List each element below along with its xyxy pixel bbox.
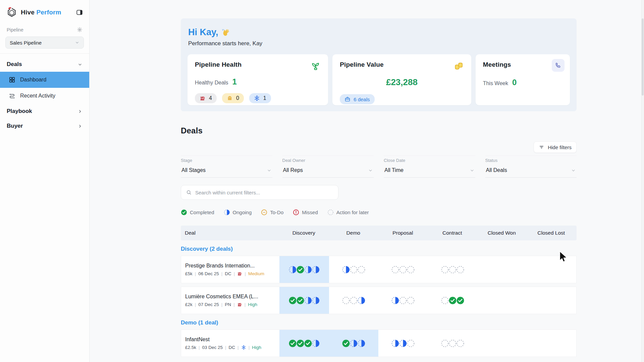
legend-item-ongoing: Ongoing (224, 209, 252, 216)
deal-cell: Lumière Cosmetics EMEA (L... £2k| 07 Dec… (181, 287, 279, 314)
legend-label: Completed (190, 209, 214, 215)
deal-name: Lumière Cosmetics EMEA (L... (185, 294, 279, 300)
health-badge-snail: 4 (195, 93, 217, 103)
ongoing-icon (399, 339, 407, 348)
stage-cell-proposal (378, 287, 428, 314)
filter-select-status[interactable]: All Deals (485, 163, 577, 178)
group-heading[interactable]: Discovery (2 deals) (181, 246, 577, 252)
deal-name: InfantNest (185, 337, 279, 343)
legend-label: Missed (302, 209, 318, 215)
stage-cell-contract (428, 287, 478, 314)
table-header: DealDiscoveryDemoProposalContractClosed … (181, 226, 577, 240)
search-input[interactable] (195, 190, 333, 195)
deal-owner: DC (225, 271, 231, 276)
badge-count: 1 (263, 95, 266, 101)
filter-stage: Stage All Stages (181, 156, 272, 178)
metric-label: Healthy Deals (195, 80, 228, 86)
deals-section-title: Deals (181, 126, 577, 135)
filter-select-close-date[interactable]: All Time (384, 163, 475, 178)
stage-cell-contract (428, 256, 478, 283)
sidebar-section-buyer[interactable]: Buyer (0, 119, 89, 133)
group-heading[interactable]: Demo (1 deal) (181, 319, 577, 326)
deal-name: Prestige Brands Internation... (185, 263, 279, 269)
deal-owner: PN (225, 302, 231, 307)
todo-icon (261, 209, 267, 216)
greeting-subtitle: Performance starts here, Kay (187, 40, 570, 47)
later-icon (407, 265, 415, 274)
snowflake-icon (241, 345, 246, 350)
stage-cell-closed-won (477, 330, 527, 357)
gear-icon[interactable] (77, 27, 83, 33)
ghost-icon (227, 95, 233, 101)
stage-cell-discovery (279, 330, 329, 357)
later-icon (456, 339, 465, 348)
deal-cell: InfantNest £2.5k| 03 Dec 25| DC| | High (181, 330, 279, 357)
column-header-deal: Deal (181, 230, 279, 236)
filter-label: Deal Owner (282, 158, 374, 163)
completed-icon (288, 296, 297, 305)
deal-priority: High (248, 302, 257, 307)
deal-owner: DC (229, 345, 235, 350)
table-row[interactable]: InfantNest £2.5k| 03 Dec 25| DC| | High (181, 329, 577, 357)
ongoing-icon (224, 209, 230, 216)
health-badge-ghost: 0 (222, 93, 244, 103)
scrollbar[interactable] (641, 0, 644, 362)
sidebar: Hive Perform Pipeline Sales Pipeline Dea… (0, 0, 90, 362)
deal-priority: High (252, 345, 261, 350)
filter-select-stage[interactable]: All Stages (181, 163, 272, 178)
meetings-card: Meetings This Week 0 (476, 54, 570, 105)
table-row[interactable]: Prestige Brands Internation... £5k| 06 D… (181, 256, 577, 283)
later-icon (342, 296, 350, 305)
later-icon (391, 265, 399, 274)
column-header-proposal: Proposal (378, 230, 428, 236)
sidebar-section-deals[interactable]: Deals (0, 57, 89, 72)
brand: Hive Perform (0, 0, 89, 23)
main-area: Hi Kay, Performance starts here, Kay Pip… (90, 0, 644, 362)
card-title: Pipeline Value (340, 61, 384, 68)
sidebar-item-dashboard[interactable]: Dashboard (0, 72, 89, 88)
scrollbar-thumb[interactable] (642, 18, 644, 96)
hide-filters-button[interactable]: Hide filters (534, 141, 577, 153)
deal-cell: Prestige Brands Internation... £5k| 06 D… (181, 256, 279, 283)
health-badges: 401 (195, 93, 321, 103)
badge-count: 4 (209, 95, 212, 101)
pipeline-value-amount: £23,288 (340, 77, 464, 87)
stage-cell-closed-lost (527, 256, 577, 283)
chevron-down-icon (267, 168, 272, 173)
status-legend: CompletedOngoingTo-DoMissedAction for la… (181, 209, 577, 216)
sidebar-section-playbook[interactable]: Playbook (0, 104, 89, 119)
pipeline-select[interactable]: Sales Pipeline (5, 37, 84, 49)
later-icon (448, 339, 457, 348)
sidebar-item-recent-activity[interactable]: Recent Activity (0, 88, 89, 104)
later-icon (448, 265, 457, 274)
completed-icon (456, 296, 465, 305)
filter-value: All Time (384, 167, 404, 173)
completed-icon (448, 296, 457, 305)
legend-label: To-Do (270, 209, 283, 215)
deals-count-pill[interactable]: 6 deals (340, 94, 374, 104)
metric-label: This Week (483, 80, 508, 86)
stage-cell-demo (329, 256, 379, 283)
later-icon (441, 265, 449, 274)
badge-count: 0 (236, 95, 239, 101)
stage-cell-discovery (279, 256, 329, 283)
legend-label: Ongoing (233, 209, 252, 215)
filter-value: All Reps (283, 167, 303, 173)
column-header-demo: Demo (329, 230, 378, 236)
stage-cell-closed-won (477, 256, 527, 283)
waving-hand-icon (222, 28, 230, 37)
legend-item-completed: Completed (181, 209, 214, 216)
missed-icon (293, 209, 299, 216)
chevron-down-icon (75, 40, 79, 45)
greeting-text: Hi Kay, (187, 27, 570, 38)
table-body: Discovery (2 deals)Prestige Brands Inter… (181, 246, 577, 362)
table-row[interactable]: Lumière Cosmetics EMEA (L... £2k| 07 Dec… (181, 287, 577, 314)
chevron-down-icon (571, 168, 576, 173)
completed-icon (342, 339, 350, 348)
filter-status: Status All Deals (485, 156, 577, 178)
filter-select-deal-owner[interactable]: All Reps (282, 163, 374, 178)
sidebar-collapse-icon[interactable] (76, 9, 83, 16)
legend-item-missed: Missed (293, 209, 318, 216)
coins-icon (453, 61, 464, 72)
column-header-discovery: Discovery (279, 230, 329, 236)
